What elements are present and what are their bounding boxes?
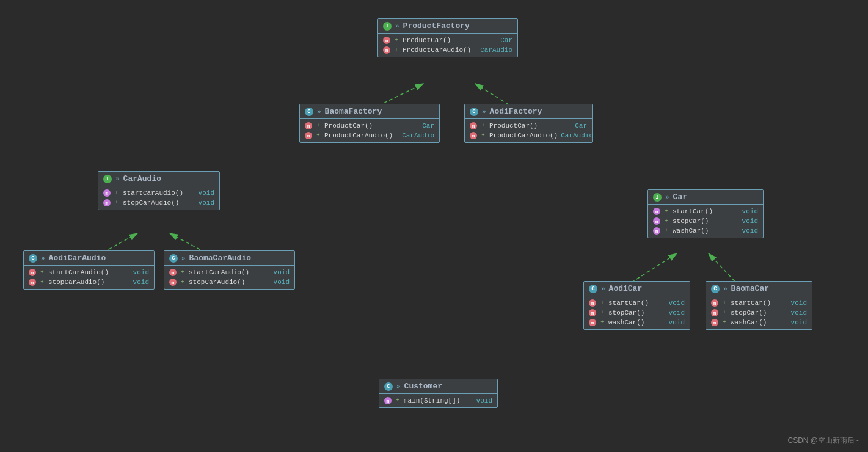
- aodicaraudio-header: C » AodiCarAudio: [24, 251, 154, 266]
- productfactory-name: ProductFactory: [403, 21, 470, 31]
- car-box: I » Car m + startCar() void m + stopCar(…: [647, 189, 764, 238]
- car-icon: I: [653, 193, 662, 202]
- aodicar-method-2: m + stopCar() void: [589, 308, 685, 318]
- baomacaraudio-box: C » BaomaCarAudio m + startCarAudio() vo…: [164, 250, 295, 290]
- car-method-1: m + startCar() void: [653, 206, 758, 216]
- customer-method-1: m + main(String[]) void: [384, 396, 492, 406]
- aodicar-icon: C: [589, 285, 597, 293]
- aodifactory-header: C » AodiFactory: [465, 104, 592, 119]
- baomafactory-header: C » BaomaFactory: [300, 104, 439, 119]
- baomacar-header: C » BaomaCar: [706, 282, 812, 296]
- aodicar-name: AodiCar: [609, 284, 643, 293]
- customer-body: m + main(String[]) void: [379, 394, 497, 407]
- customer-box: C » Customer m + main(String[]) void: [379, 379, 498, 408]
- car-body: m + startCar() void m + stopCar() void m…: [648, 205, 763, 238]
- method-icon-m: m: [383, 37, 390, 44]
- aodifactory-box: C » AodiFactory m + ProductCar() Car m +…: [464, 104, 593, 143]
- baomacar-icon: C: [711, 285, 720, 293]
- baomacaraudio-method-1: m + startCarAudio() void: [169, 268, 290, 277]
- baomacar-method-3: m + washCar() void: [711, 318, 807, 327]
- aodifactory-method-2: m + ProductCarAudio() CarAudio: [470, 131, 587, 140]
- baomacar-body: m + startCar() void m + stopCar() void m…: [706, 296, 812, 329]
- baomafactory-name: BaomaFactory: [325, 107, 382, 116]
- productfactory-body: m + ProductCar() Car m + ProductCarAudio…: [378, 34, 517, 57]
- customer-icon: C: [384, 382, 393, 391]
- customer-name: Customer: [404, 382, 442, 391]
- baomacar-method-1: m + startCar() void: [711, 298, 807, 308]
- caraudio-box: I » CarAudio m + startCarAudio() void m …: [98, 171, 220, 210]
- baomacaraudio-header: C » BaomaCarAudio: [164, 251, 294, 266]
- method-icon-m2: m: [383, 46, 390, 54]
- aodicaraudio-body: m + startCarAudio() void m + stopCarAudi…: [24, 266, 154, 289]
- baomafactory-method-1: m + ProductCar() Car: [305, 121, 434, 131]
- caraudio-icon: I: [103, 175, 112, 183]
- diagram-container: I » ProductFactory m + ProductCar() Car …: [0, 0, 868, 452]
- aodicaraudio-method-2: m + stopCarAudio() void: [29, 277, 149, 287]
- aodifactory-name: AodiFactory: [490, 107, 542, 116]
- car-header: I » Car: [648, 190, 763, 205]
- customer-header: C » Customer: [379, 379, 497, 394]
- aodicaraudio-box: C » AodiCarAudio m + startCarAudio() voi…: [23, 250, 155, 290]
- aodicar-method-3: m + washCar() void: [589, 318, 685, 327]
- car-method-2: m + stopCar() void: [653, 216, 758, 226]
- productfactory-header: I » ProductFactory: [378, 19, 517, 34]
- baomacaraudio-method-2: m + stopCarAudio() void: [169, 277, 290, 287]
- caraudio-name: CarAudio: [123, 174, 161, 183]
- baomafactory-method-2: m + ProductCarAudio() CarAudio: [305, 131, 434, 140]
- aodifactory-body: m + ProductCar() Car m + ProductCarAudio…: [465, 119, 592, 142]
- aodicaraudio-method-1: m + startCarAudio() void: [29, 268, 149, 277]
- baomacaraudio-icon: C: [169, 254, 178, 263]
- aodicar-box: C » AodiCar m + startCar() void m + stop…: [583, 281, 690, 330]
- caraudio-method-2: m + stopCarAudio() void: [103, 198, 214, 208]
- aodicaraudio-name: AodiCarAudio: [49, 253, 106, 263]
- baomacar-name: BaomaCar: [731, 284, 769, 293]
- caraudio-body: m + startCarAudio() void m + stopCarAudi…: [98, 186, 219, 210]
- aodicaraudio-icon: C: [29, 254, 37, 263]
- caraudio-header: I » CarAudio: [98, 172, 219, 186]
- car-method-3: m + washCar() void: [653, 226, 758, 236]
- productfactory-method-2: m + ProductCarAudio() CarAudio: [383, 45, 512, 55]
- baomacar-box: C » BaomaCar m + startCar() void m + sto…: [706, 281, 812, 330]
- productfactory-method-1: m + ProductCar() Car: [383, 35, 512, 45]
- baomafactory-body: m + ProductCar() Car m + ProductCarAudio…: [300, 119, 439, 142]
- baomacaraudio-name: BaomaCarAudio: [189, 253, 251, 263]
- baomafactory-icon: C: [305, 108, 313, 116]
- aodifactory-method-1: m + ProductCar() Car: [470, 121, 587, 131]
- aodicar-body: m + startCar() void m + stopCar() void m…: [584, 296, 690, 329]
- aodicar-header: C » AodiCar: [584, 282, 690, 296]
- aodicar-method-1: m + startCar() void: [589, 298, 685, 308]
- baomacaraudio-body: m + startCarAudio() void m + stopCarAudi…: [164, 266, 294, 289]
- productfactory-icon: I: [383, 22, 392, 31]
- watermark: CSDN @空山新雨后~: [787, 436, 859, 446]
- car-name: Car: [673, 192, 687, 202]
- aodifactory-icon: C: [470, 108, 478, 116]
- baomacar-method-2: m + stopCar() void: [711, 308, 807, 318]
- caraudio-method-1: m + startCarAudio() void: [103, 188, 214, 198]
- productfactory-box: I » ProductFactory m + ProductCar() Car …: [377, 18, 518, 57]
- baomafactory-box: C » BaomaFactory m + ProductCar() Car m …: [299, 104, 440, 143]
